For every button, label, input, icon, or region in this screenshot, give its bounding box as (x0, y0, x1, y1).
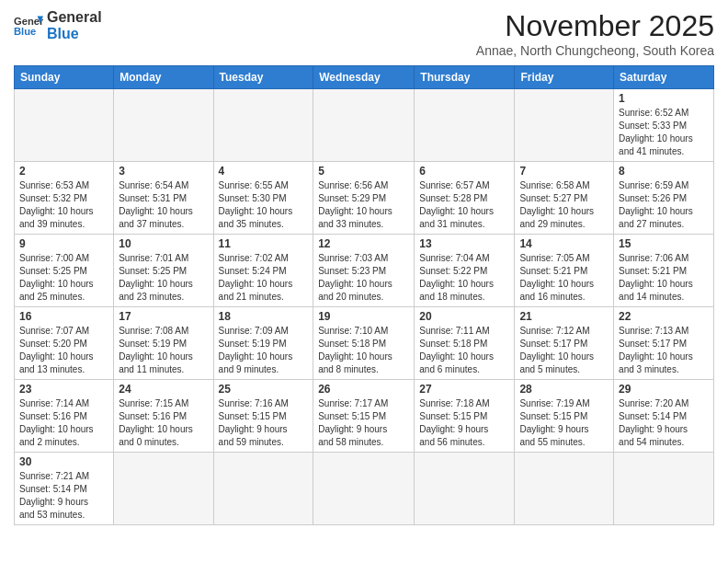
calendar-cell (114, 453, 213, 525)
calendar: SundayMondayTuesdayWednesdayThursdayFrid… (14, 65, 714, 525)
logo-general: General (47, 9, 102, 26)
calendar-cell: 24Sunrise: 7:15 AMSunset: 5:16 PMDayligh… (114, 380, 213, 453)
day-number: 4 (219, 165, 309, 178)
calendar-cell: 27Sunrise: 7:18 AMSunset: 5:15 PMDayligh… (415, 380, 515, 453)
calendar-cell: 3Sunrise: 6:54 AMSunset: 5:31 PMDaylight… (114, 162, 213, 235)
title-area: November 2025 Annae, North Chungcheong, … (476, 9, 714, 58)
calendar-cell: 15Sunrise: 7:06 AMSunset: 5:21 PMDayligh… (614, 235, 714, 307)
weekday-header-sunday: Sunday (15, 66, 114, 89)
day-number: 12 (318, 237, 409, 250)
day-info: Sunrise: 7:17 AMSunset: 5:15 PMDaylight:… (318, 397, 409, 449)
day-number: 25 (219, 383, 309, 396)
day-info: Sunrise: 7:20 AMSunset: 5:14 PMDaylight:… (619, 397, 709, 449)
day-number: 14 (519, 237, 609, 250)
day-info: Sunrise: 7:09 AMSunset: 5:19 PMDaylight:… (219, 325, 309, 376)
day-number: 6 (419, 165, 509, 178)
calendar-cell (313, 453, 415, 525)
calendar-cell: 29Sunrise: 7:20 AMSunset: 5:14 PMDayligh… (614, 380, 714, 453)
day-info: Sunrise: 6:57 AMSunset: 5:28 PMDaylight:… (419, 179, 509, 231)
day-number: 2 (19, 165, 108, 178)
calendar-cell: 10Sunrise: 7:01 AMSunset: 5:25 PMDayligh… (114, 235, 213, 307)
day-info: Sunrise: 7:12 AMSunset: 5:17 PMDaylight:… (519, 325, 609, 376)
day-number: 15 (619, 237, 709, 250)
day-info: Sunrise: 7:03 AMSunset: 5:23 PMDaylight:… (318, 252, 409, 304)
calendar-cell: 20Sunrise: 7:11 AMSunset: 5:18 PMDayligh… (415, 307, 515, 380)
calendar-cell (415, 89, 515, 162)
day-number: 3 (119, 165, 208, 178)
day-number: 8 (619, 165, 709, 178)
day-info: Sunrise: 7:13 AMSunset: 5:17 PMDaylight:… (619, 325, 709, 376)
day-number: 16 (19, 310, 108, 323)
calendar-cell: 4Sunrise: 6:55 AMSunset: 5:30 PMDaylight… (213, 162, 313, 235)
weekday-header-wednesday: Wednesday (313, 66, 415, 89)
weekday-header-row: SundayMondayTuesdayWednesdayThursdayFrid… (15, 66, 714, 89)
calendar-cell: 18Sunrise: 7:09 AMSunset: 5:19 PMDayligh… (213, 307, 313, 380)
weekday-header-tuesday: Tuesday (213, 66, 313, 89)
logo-blue: Blue (47, 26, 102, 42)
header: General Blue General Blue November 2025 … (14, 9, 714, 58)
day-number: 1 (619, 92, 709, 105)
week-row-3: 9Sunrise: 7:00 AMSunset: 5:25 PMDaylight… (15, 235, 714, 307)
week-row-5: 23Sunrise: 7:14 AMSunset: 5:16 PMDayligh… (15, 380, 714, 453)
weekday-header-thursday: Thursday (415, 66, 515, 89)
calendar-cell (515, 453, 614, 525)
day-info: Sunrise: 6:52 AMSunset: 5:33 PMDaylight:… (619, 107, 709, 158)
weekday-header-saturday: Saturday (614, 66, 714, 89)
day-info: Sunrise: 7:16 AMSunset: 5:15 PMDaylight:… (219, 397, 309, 449)
day-number: 21 (519, 310, 609, 323)
calendar-cell: 13Sunrise: 7:04 AMSunset: 5:22 PMDayligh… (415, 235, 515, 307)
calendar-cell (614, 453, 714, 525)
day-info: Sunrise: 7:08 AMSunset: 5:19 PMDaylight:… (119, 325, 208, 376)
day-info: Sunrise: 7:14 AMSunset: 5:16 PMDaylight:… (19, 397, 108, 449)
subtitle: Annae, North Chungcheong, South Korea (476, 43, 714, 58)
logo-icon: General Blue (14, 13, 43, 39)
calendar-cell (415, 453, 515, 525)
day-number: 26 (318, 383, 409, 396)
day-info: Sunrise: 6:56 AMSunset: 5:29 PMDaylight:… (318, 179, 409, 231)
calendar-cell: 22Sunrise: 7:13 AMSunset: 5:17 PMDayligh… (614, 307, 714, 380)
day-number: 11 (219, 237, 309, 250)
calendar-cell: 25Sunrise: 7:16 AMSunset: 5:15 PMDayligh… (213, 380, 313, 453)
day-number: 17 (119, 310, 208, 323)
day-number: 10 (119, 237, 208, 250)
week-row-4: 16Sunrise: 7:07 AMSunset: 5:20 PMDayligh… (15, 307, 714, 380)
week-row-6: 30Sunrise: 7:21 AMSunset: 5:14 PMDayligh… (15, 453, 714, 525)
svg-text:Blue: Blue (14, 26, 36, 37)
day-info: Sunrise: 6:58 AMSunset: 5:27 PMDaylight:… (519, 179, 609, 231)
day-info: Sunrise: 7:02 AMSunset: 5:24 PMDaylight:… (219, 252, 309, 304)
day-info: Sunrise: 7:15 AMSunset: 5:16 PMDaylight:… (119, 397, 208, 449)
calendar-cell (313, 89, 415, 162)
day-info: Sunrise: 7:19 AMSunset: 5:15 PMDaylight:… (519, 397, 609, 449)
calendar-cell: 9Sunrise: 7:00 AMSunset: 5:25 PMDaylight… (15, 235, 114, 307)
weekday-header-friday: Friday (515, 66, 614, 89)
day-info: Sunrise: 7:01 AMSunset: 5:25 PMDaylight:… (119, 252, 208, 304)
month-title: November 2025 (476, 9, 714, 43)
day-info: Sunrise: 7:21 AMSunset: 5:14 PMDaylight:… (19, 470, 108, 522)
calendar-cell: 26Sunrise: 7:17 AMSunset: 5:15 PMDayligh… (313, 380, 415, 453)
day-info: Sunrise: 7:00 AMSunset: 5:25 PMDaylight:… (19, 252, 108, 304)
day-info: Sunrise: 7:05 AMSunset: 5:21 PMDaylight:… (519, 252, 609, 304)
calendar-cell: 5Sunrise: 6:56 AMSunset: 5:29 PMDaylight… (313, 162, 415, 235)
week-row-2: 2Sunrise: 6:53 AMSunset: 5:32 PMDaylight… (15, 162, 714, 235)
day-info: Sunrise: 7:10 AMSunset: 5:18 PMDaylight:… (318, 325, 409, 376)
calendar-cell (15, 89, 114, 162)
calendar-cell: 8Sunrise: 6:59 AMSunset: 5:26 PMDaylight… (614, 162, 714, 235)
day-number: 19 (318, 310, 409, 323)
day-info: Sunrise: 7:07 AMSunset: 5:20 PMDaylight:… (19, 325, 108, 376)
calendar-cell: 2Sunrise: 6:53 AMSunset: 5:32 PMDaylight… (15, 162, 114, 235)
day-number: 27 (419, 383, 509, 396)
day-number: 9 (19, 237, 108, 250)
calendar-cell (515, 89, 614, 162)
calendar-cell: 14Sunrise: 7:05 AMSunset: 5:21 PMDayligh… (515, 235, 614, 307)
calendar-cell (114, 89, 213, 162)
day-number: 22 (619, 310, 709, 323)
calendar-cell: 11Sunrise: 7:02 AMSunset: 5:24 PMDayligh… (213, 235, 313, 307)
day-info: Sunrise: 7:06 AMSunset: 5:21 PMDaylight:… (619, 252, 709, 304)
calendar-cell: 16Sunrise: 7:07 AMSunset: 5:20 PMDayligh… (15, 307, 114, 380)
day-number: 7 (519, 165, 609, 178)
day-number: 29 (619, 383, 709, 396)
day-info: Sunrise: 7:18 AMSunset: 5:15 PMDaylight:… (419, 397, 509, 449)
day-number: 13 (419, 237, 509, 250)
calendar-cell: 19Sunrise: 7:10 AMSunset: 5:18 PMDayligh… (313, 307, 415, 380)
day-number: 30 (19, 455, 108, 468)
